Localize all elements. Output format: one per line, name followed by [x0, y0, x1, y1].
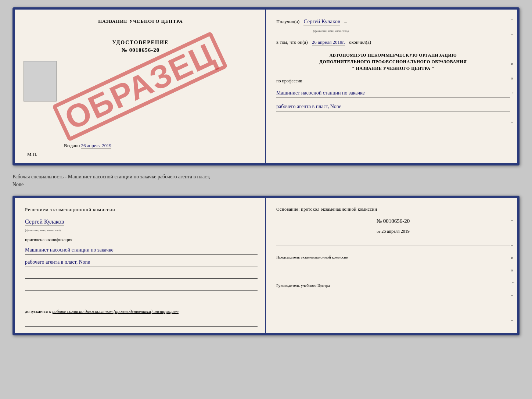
assigned-label: присвоена квалификация — [25, 237, 258, 243]
finished-label: окончил(а) — [349, 39, 371, 45]
basis-label: Основание: протокол экзаменационной коми… — [276, 207, 510, 212]
dash1: – — [344, 19, 347, 25]
school-name-top: НАЗВАНИЕ УЧЕБНОГО ЦЕНТРА — [98, 18, 183, 24]
that-label: в том, что он(а) — [276, 39, 308, 45]
date-row: в том, что он(а) 26 апреля 2019г. окончи… — [276, 39, 510, 46]
top-left-panel: НАЗВАНИЕ УЧЕБНОГО ЦЕНТРА УДОСТОВЕРЕНИЕ №… — [15, 10, 266, 163]
name-hint: (фамилия, имя, отчество) — [313, 29, 510, 33]
profession-label: по профессии — [276, 78, 510, 84]
issued-date: 26 апреля 2019 — [81, 143, 112, 149]
cert-label: УДОСТОВЕРЕНИЕ — [112, 40, 169, 46]
from-label: от — [377, 229, 380, 234]
bottom-title: Решением экзаменационной комиссии — [25, 207, 258, 213]
protocol-number: № 0010656-20 — [276, 218, 510, 224]
allowed-block: допускается к работе согласно должностны… — [25, 308, 258, 315]
top-document: НАЗВАНИЕ УЧЕБНОГО ЦЕНТРА УДОСТОВЕРЕНИЕ №… — [12, 7, 520, 165]
side-marks: – – – и а ← – – — [511, 17, 515, 124]
org-block: АВТОНОМНУЮ НЕКОММЕРЧЕСКУЮ ОРГАНИЗАЦИЮ ДО… — [276, 52, 510, 72]
blank-line4 — [25, 319, 258, 327]
bottom-person-name: Сергей Кулаков — [25, 218, 64, 225]
from-date-value: 26 апреля 2019 — [381, 229, 409, 234]
top-right-panel: Получил(а) Сергей Кулаков – (фамилия, им… — [266, 10, 517, 163]
bottom-right-panel: Основание: протокол экзаменационной коми… — [266, 198, 517, 333]
org-line1: АВТОНОМНУЮ НЕКОММЕРЧЕСКУЮ ОРГАНИЗАЦИЮ — [276, 52, 510, 58]
allowed-text: работе согласно должностным (производств… — [52, 309, 179, 314]
middle-line2: None — [12, 182, 24, 187]
profession-line2: рабочего агента в пласт, None — [276, 103, 510, 111]
cert-number: № 0010656-20 — [122, 47, 159, 53]
profession-line1: Машинист насосной станции по закачке — [276, 89, 510, 97]
bottom-side-marks: – – – – и а ← – – – — [511, 205, 515, 322]
bottom-name-row: Сергей Кулаков — [25, 218, 258, 225]
received-row: Получил(а) Сергей Кулаков – — [276, 18, 510, 25]
chairman-sig-line — [276, 265, 335, 272]
from-date: от 26 апреля 2019 — [276, 229, 510, 234]
bottom-left-panel: Решением экзаменационной комиссии Сергей… — [15, 198, 266, 333]
received-name: Сергей Кулаков — [303, 18, 340, 25]
bottom-document: Решением экзаменационной комиссии Сергей… — [12, 196, 520, 335]
org-line3: " НАЗВАНИЕ УЧЕБНОГО ЦЕНТРА " — [276, 65, 510, 72]
org-line2: ДОПОЛНИТЕЛЬНОГО ПРОФЕССИОНАЛЬНОГО ОБРАЗО… — [276, 58, 510, 65]
director-sig-line — [276, 293, 335, 300]
date-underline — [276, 239, 510, 246]
blank-line2 — [25, 283, 258, 291]
qual-line1: Машинист насосной станции по закачке — [25, 246, 258, 255]
blank-line3 — [25, 295, 258, 302]
allowed-label: допускается к — [25, 309, 51, 314]
date-value: 26 апреля 2019г. — [312, 39, 345, 46]
bottom-name-hint: (фамилия, имя, отчество) — [25, 228, 258, 232]
issued-label: Выдано — [64, 143, 80, 148]
qual-line2: рабочего агента в пласт, None — [25, 258, 258, 267]
chairman-label: Председатель экзаменационной комиссии — [276, 254, 510, 260]
received-label: Получил(а) — [276, 19, 299, 25]
middle-text-block: Рабочая специальность - Машинист насосно… — [12, 171, 520, 190]
director-label: Руководитель учебного Центра — [276, 282, 510, 289]
blank-line1 — [25, 271, 258, 279]
mp-label: М.П. — [27, 152, 37, 157]
middle-line1: Рабочая специальность - Машинист насосно… — [12, 174, 210, 179]
photo-placeholder — [24, 61, 57, 101]
issued-line: Выдано 26 апреля 2019 — [64, 143, 111, 149]
